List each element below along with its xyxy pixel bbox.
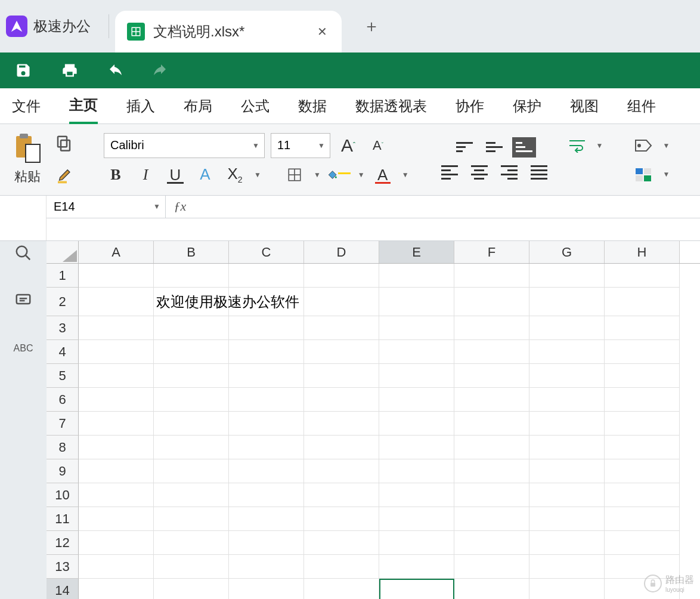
cell-A4[interactable] <box>79 340 154 364</box>
format-painter-icon[interactable] <box>52 165 75 188</box>
column-header-A[interactable]: A <box>79 241 154 263</box>
cell-B6[interactable] <box>154 388 229 412</box>
cell-B5[interactable] <box>154 364 229 388</box>
cell-E2[interactable] <box>379 288 454 316</box>
cell-A2[interactable] <box>79 288 154 316</box>
cell-C6[interactable] <box>229 388 304 412</box>
cell-G13[interactable] <box>529 555 605 579</box>
cell-C11[interactable] <box>229 507 304 531</box>
font-color-clear-icon[interactable]: A <box>193 163 217 187</box>
chevron-down-icon[interactable]: ▼ <box>314 171 321 179</box>
cell-G7[interactable] <box>529 412 605 436</box>
tag-button[interactable] <box>631 134 655 158</box>
cell-B2[interactable]: 欢迎使用极速办公软件 <box>154 288 229 316</box>
spellcheck-icon[interactable]: ABC <box>11 336 35 360</box>
cell-G12[interactable] <box>529 531 605 555</box>
row-header-8[interactable]: 8 <box>47 436 79 459</box>
chevron-down-icon[interactable]: ▼ <box>402 171 409 179</box>
underline-button[interactable]: U <box>163 163 187 187</box>
cell-A13[interactable] <box>79 555 154 579</box>
cell-G6[interactable] <box>529 388 605 412</box>
cell-F13[interactable] <box>454 555 529 579</box>
bold-button[interactable]: B <box>104 163 128 187</box>
row-header-11[interactable]: 11 <box>47 507 79 531</box>
cell-E14[interactable] <box>379 579 454 599</box>
menu-view[interactable]: 视图 <box>570 89 599 123</box>
cell-D4[interactable] <box>304 340 379 364</box>
cell-F8[interactable] <box>454 436 529 459</box>
cell-D2[interactable] <box>304 288 379 316</box>
cell-F3[interactable] <box>454 316 529 340</box>
cell-E1[interactable] <box>379 264 454 288</box>
cell-C10[interactable] <box>229 483 304 507</box>
chevron-down-icon[interactable]: ▼ <box>254 171 261 179</box>
cell-A12[interactable] <box>79 531 154 555</box>
menu-protect[interactable]: 保护 <box>513 89 541 123</box>
column-header-D[interactable]: D <box>304 241 379 263</box>
cell-G4[interactable] <box>529 340 605 364</box>
cell-B14[interactable] <box>154 579 229 599</box>
cell-H9[interactable] <box>605 459 680 483</box>
cell-G11[interactable] <box>529 507 605 531</box>
name-box[interactable]: E14 ▼ <box>47 196 166 218</box>
column-header-E[interactable]: E <box>379 241 454 263</box>
wrap-text-button[interactable] <box>565 134 589 158</box>
column-header-B[interactable]: B <box>154 241 229 263</box>
undo-icon[interactable] <box>105 59 128 82</box>
add-tab-button[interactable]: ＋ <box>360 14 383 38</box>
fill-color-button[interactable] <box>327 163 351 187</box>
spreadsheet-grid[interactable]: ABCDEFGH 12欢迎使用极速办公软件34567891011121314 <box>47 241 700 599</box>
menu-pivot[interactable]: 数据透视表 <box>355 89 427 123</box>
cell-G9[interactable] <box>529 459 605 483</box>
cell-E10[interactable] <box>379 483 454 507</box>
cell-G1[interactable] <box>529 264 605 288</box>
cell-F1[interactable] <box>454 264 529 288</box>
cell-B9[interactable] <box>154 459 229 483</box>
cell-A7[interactable] <box>79 412 154 436</box>
comments-icon[interactable] <box>11 289 35 313</box>
cell-C7[interactable] <box>229 412 304 436</box>
align-middle-button[interactable] <box>482 137 506 158</box>
subscript-button[interactable]: X2 <box>223 163 247 187</box>
cell-C4[interactable] <box>229 340 304 364</box>
cell-styles-button[interactable] <box>631 162 655 186</box>
cell-H1[interactable] <box>605 264 680 288</box>
cell-C5[interactable] <box>229 364 304 388</box>
cell-F2[interactable] <box>454 288 529 316</box>
cell-D10[interactable] <box>304 483 379 507</box>
cell-G2[interactable] <box>529 288 605 316</box>
column-header-G[interactable]: G <box>529 241 605 263</box>
align-left-button[interactable] <box>438 162 461 183</box>
row-header-2[interactable]: 2 <box>47 288 79 316</box>
cell-E5[interactable] <box>379 364 454 388</box>
cell-E13[interactable] <box>379 555 454 579</box>
cell-H10[interactable] <box>605 483 680 507</box>
column-header-C[interactable]: C <box>229 241 304 263</box>
cell-D3[interactable] <box>304 316 379 340</box>
cell-F4[interactable] <box>454 340 529 364</box>
align-justify-button[interactable] <box>527 162 551 183</box>
select-all-corner[interactable] <box>47 241 79 263</box>
column-header-F[interactable]: F <box>454 241 529 263</box>
increase-font-icon[interactable]: Aˆ <box>336 134 360 158</box>
row-header-3[interactable]: 3 <box>47 316 79 340</box>
align-right-button[interactable] <box>497 162 521 183</box>
cell-G14[interactable] <box>529 579 605 599</box>
cell-B13[interactable] <box>154 555 229 579</box>
row-header-13[interactable]: 13 <box>47 555 79 579</box>
document-tab[interactable]: 文档说明.xlsx* ✕ <box>115 11 342 53</box>
cell-C2[interactable] <box>229 288 304 316</box>
cell-A10[interactable] <box>79 483 154 507</box>
cell-C12[interactable] <box>229 531 304 555</box>
row-header-10[interactable]: 10 <box>47 483 79 507</box>
cell-C13[interactable] <box>229 555 304 579</box>
font-name-select[interactable]: Calibri ▼ <box>104 133 265 158</box>
save-icon[interactable] <box>12 59 35 82</box>
menu-home[interactable]: 主页 <box>69 88 98 124</box>
menu-collab[interactable]: 协作 <box>456 89 484 123</box>
cell-H3[interactable] <box>605 316 680 340</box>
row-header-14[interactable]: 14 <box>47 579 79 599</box>
cell-C1[interactable] <box>229 264 304 288</box>
cell-F6[interactable] <box>454 388 529 412</box>
cell-B1[interactable] <box>154 264 229 288</box>
